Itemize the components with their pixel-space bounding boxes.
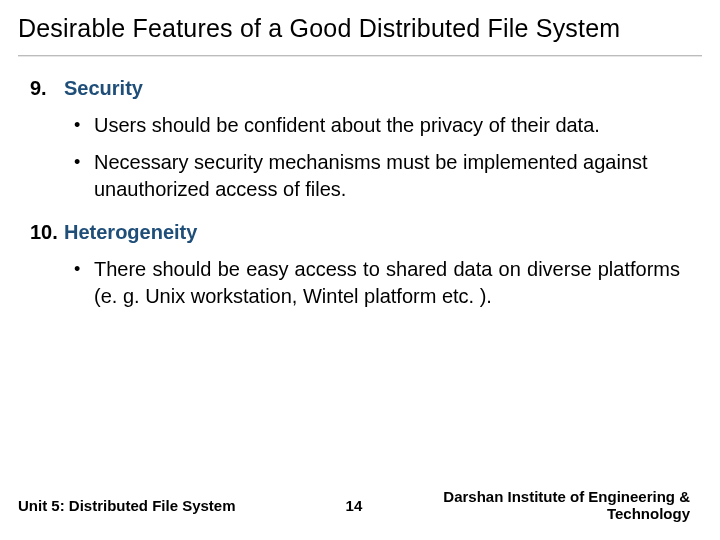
slide: Desirable Features of a Good Distributed… <box>0 0 720 540</box>
title-wrap: Desirable Features of a Good Distributed… <box>0 0 720 51</box>
list-item: 10. Heterogeneity <box>30 219 680 246</box>
bullet-text: Necessary security mechanisms must be im… <box>94 149 680 203</box>
item-number: 10. <box>30 219 64 246</box>
item-heading: Security <box>64 75 143 102</box>
bullet-text: Users should be confident about the priv… <box>94 112 680 139</box>
footer-right: Darshan Institute of Engineering & Techn… <box>402 488 690 522</box>
slide-title: Desirable Features of a Good Distributed… <box>18 14 702 43</box>
footer-left: Unit 5: Distributed File System <box>18 497 236 514</box>
slide-content: 9. Security • Users should be confident … <box>0 57 720 540</box>
slide-footer: Unit 5: Distributed File System 14 Darsh… <box>0 488 720 522</box>
bullet-text: There should be easy access to shared da… <box>94 256 680 310</box>
bullet-list: • Users should be confident about the pr… <box>74 112 680 203</box>
bullet-dot: • <box>74 112 94 139</box>
bullet-item: • There should be easy access to shared … <box>74 256 680 310</box>
bullet-dot: • <box>74 256 94 310</box>
bullet-dot: • <box>74 149 94 203</box>
item-heading: Heterogeneity <box>64 219 197 246</box>
item-number: 9. <box>30 75 64 102</box>
list-item: 9. Security <box>30 75 680 102</box>
bullet-item: • Necessary security mechanisms must be … <box>74 149 680 203</box>
footer-page-number: 14 <box>346 497 363 514</box>
bullet-item: • Users should be confident about the pr… <box>74 112 680 139</box>
bullet-list: • There should be easy access to shared … <box>74 256 680 310</box>
